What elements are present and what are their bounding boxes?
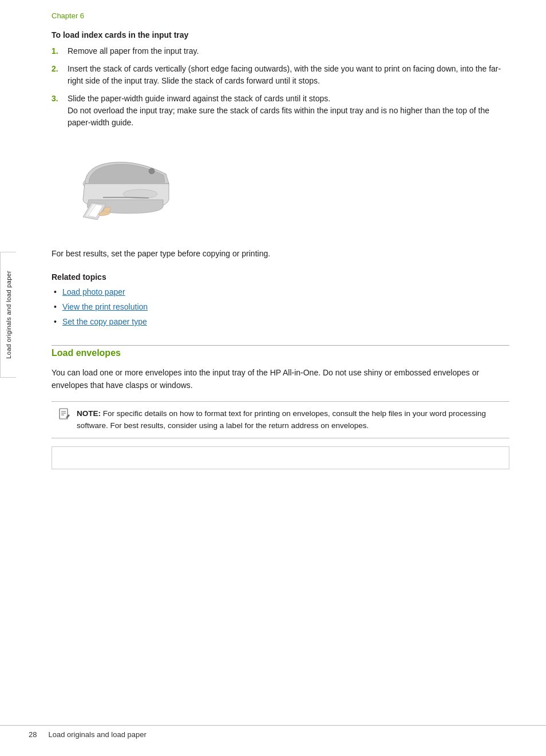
envelope-intro-text: You can load one or more envelopes into … [52,366,509,392]
note-document-icon [58,408,71,421]
chapter-label: Chapter 6 [52,11,509,20]
printer-illustration [52,143,172,234]
load-index-cards-heading: To load index cards in the input tray [52,30,509,39]
empty-content-box [52,446,509,469]
related-topic-1: Load photo paper [52,286,509,298]
load-envelopes-section: Load envelopes You can load one or more … [52,345,509,469]
footer: 28 Load originals and load paper [0,725,546,739]
set-copy-paper-type-link[interactable]: Set the copy paper type [62,316,147,328]
related-topics-section: Related topics Load photo paper View the… [52,272,509,328]
step-2-num: 2. [52,63,68,87]
note-text: For specific details on how to format te… [77,409,486,430]
printer-svg [52,143,172,234]
step-2: 2. Insert the stack of cards vertically … [52,63,509,87]
note-icon [58,408,71,426]
footer-text: Load originals and load paper [48,730,146,739]
step-3: 3. Slide the paper-width guide inward ag… [52,93,509,129]
related-topic-2: View the print resolution [52,301,509,313]
side-tab: Load originals and load paper [0,252,16,378]
related-topics-heading: Related topics [52,272,509,282]
note-box: NOTE: For specific details on how to for… [52,401,509,438]
load-index-cards-section: To load index cards in the input tray 1.… [52,30,509,129]
step-3-num: 3. [52,93,68,129]
steps-list: 1. Remove all paper from the input tray.… [52,45,509,129]
related-topic-3: Set the copy paper type [52,316,509,328]
for-best-results-text: For best results, set the paper type bef… [52,248,509,260]
step-1: 1. Remove all paper from the input tray. [52,45,509,57]
side-label-text: Load originals and load paper [5,271,12,359]
note-label: NOTE: [77,409,101,418]
step-3-text: Slide the paper-width guide inward again… [68,93,509,129]
load-envelopes-heading: Load envelopes [52,346,509,358]
printer-illustration-container [52,143,509,234]
note-content: NOTE: For specific details on how to for… [77,407,503,432]
step-1-text: Remove all paper from the input tray. [68,45,509,57]
related-topics-list: Load photo paper View the print resoluti… [52,286,509,328]
step-1-num: 1. [52,45,68,57]
load-photo-paper-link[interactable]: Load photo paper [62,286,125,298]
step-2-text: Insert the stack of cards vertically (sh… [68,63,509,87]
svg-point-2 [149,168,155,174]
footer-page-number: 28 [29,730,37,739]
view-print-resolution-link[interactable]: View the print resolution [62,301,148,313]
